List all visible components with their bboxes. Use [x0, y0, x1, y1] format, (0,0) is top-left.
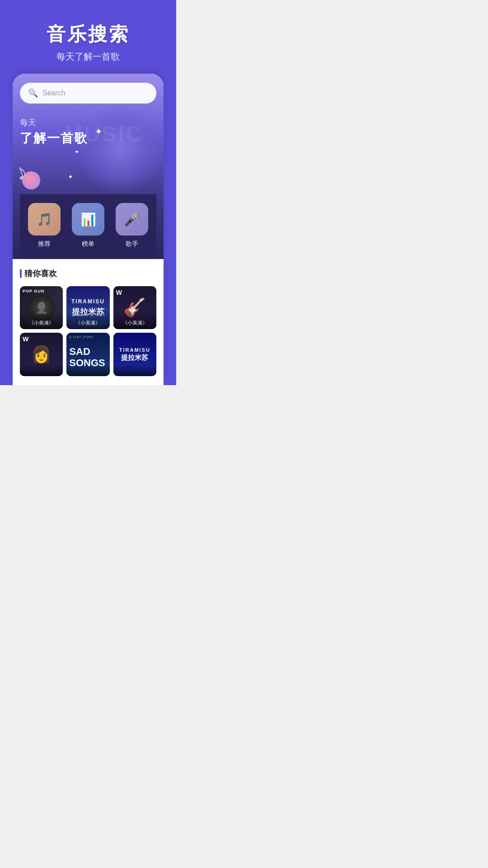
quick-item-chart[interactable]: 📊 榜单: [68, 203, 108, 248]
recommend-label: 推荐: [38, 240, 51, 248]
section-title: 猜你喜欢: [20, 268, 156, 279]
song-card-5[interactable]: A LIST (TOP) SADSONGS: [66, 333, 109, 376]
song-card-3[interactable]: W 🎸 《小美满》: [113, 286, 156, 329]
artist-icon-glyph: 🎤: [124, 212, 140, 227]
header-section: 音乐搜索 每天了解一首歌 🔍 Search MUSIC ✦ ✦ ✦: [0, 0, 176, 385]
song-card-2[interactable]: TIRAMISU 提拉米苏 【割调自在】东方艺术展 《小美满》: [66, 286, 109, 329]
quick-item-artist[interactable]: 🎤 歌手: [112, 203, 152, 248]
card-4-overlay: [20, 364, 63, 376]
chart-label: 榜单: [82, 240, 94, 248]
card-6-overlay: [113, 364, 156, 376]
search-placeholder-text: Search: [42, 89, 66, 97]
sparkle-icon-1: ✦: [95, 126, 103, 137]
chart-icon-glyph: 📊: [80, 212, 96, 227]
sparkle-icon-2: ✦: [75, 149, 79, 155]
sparkle-icon-3: ✦: [68, 173, 73, 180]
card-2-title: 《小美满》: [69, 320, 107, 326]
card-1-title: 《小美满》: [23, 320, 60, 326]
banner-area: MUSIC ✦ ✦ ✦ ♪ 每天 了解一首歌: [20, 113, 156, 194]
card-1-overlay: 《小美满》: [20, 311, 63, 329]
song-card-1[interactable]: 👤 POP GUN 《小美满》: [20, 286, 63, 329]
card-3-title: 《小美满》: [116, 320, 154, 326]
quick-access-section: 🎵 推荐 📊 榜单 🎤: [20, 194, 156, 259]
recommend-icon-glyph: 🎵: [37, 212, 52, 227]
card-2-overlay: 《小美满》: [66, 311, 109, 329]
page-subtitle: 每天了解一首歌: [9, 51, 167, 63]
banner-line1: 每天: [20, 117, 156, 128]
chart-icon: 📊: [72, 203, 104, 236]
card-5-overlay: [66, 364, 109, 376]
song-grid: 👤 POP GUN 《小美满》 TIRAMISU 提拉米苏: [20, 286, 156, 376]
app-ui-area: 🔍 Search MUSIC ✦ ✦ ✦ ♪ 每天 了解一首歌: [13, 74, 164, 259]
page-title: 音乐搜索: [9, 22, 167, 47]
search-bar[interactable]: 🔍 Search: [20, 83, 156, 104]
song-card-6[interactable]: TIRAMISU 提拉米苏: [113, 333, 156, 376]
search-icon: 🔍: [28, 88, 38, 98]
artist-icon: 🎤: [116, 203, 148, 236]
recommend-icon: 🎵: [28, 203, 61, 236]
card-1-top-label: POP GUN: [23, 289, 44, 293]
section-title-text: 猜你喜欢: [24, 268, 57, 279]
recommendation-section: 猜你喜欢 👤 POP GUN 《小美满》: [13, 259, 164, 385]
song-card-4[interactable]: W 👩: [20, 333, 63, 376]
banner-line2: 了解一首歌: [20, 130, 156, 147]
phone-mockup-card: 🔍 Search MUSIC ✦ ✦ ✦ ♪ 每天 了解一首歌: [13, 74, 164, 385]
quick-item-recommend[interactable]: 🎵 推荐: [24, 203, 65, 248]
page-root: 音乐搜索 每天了解一首歌 🔍 Search MUSIC ✦ ✦ ✦: [0, 0, 176, 385]
artist-label: 歌手: [126, 240, 138, 248]
card-3-overlay: 《小美满》: [113, 311, 156, 329]
quick-access-grid: 🎵 推荐 📊 榜单 🎤: [24, 203, 152, 248]
